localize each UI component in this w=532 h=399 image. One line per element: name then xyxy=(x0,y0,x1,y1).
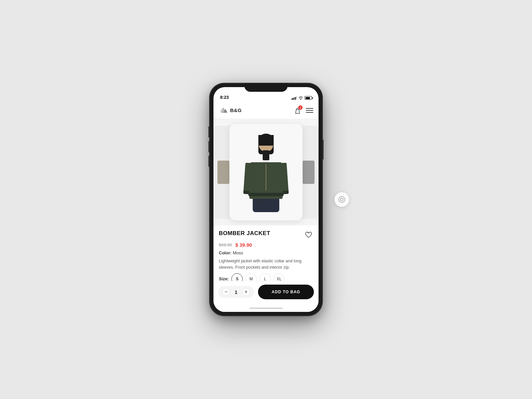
quantity-control: − 1 + xyxy=(218,286,254,298)
product-description: Lightweight jacket with elastic collar a… xyxy=(219,258,313,271)
battery-icon xyxy=(305,96,312,100)
logo: B&G xyxy=(219,107,242,114)
size-s-button[interactable]: S xyxy=(231,273,243,281)
add-to-bag-button[interactable]: ADD TO BAG xyxy=(258,285,314,299)
scene: 8:23 xyxy=(209,83,323,316)
product-title-row: BOMBER JACKET xyxy=(219,230,313,239)
size-row: Size: S M L XL xyxy=(219,273,313,281)
phone-shell: 8:23 xyxy=(209,83,323,316)
wifi-icon xyxy=(299,96,303,100)
product-image-main xyxy=(229,124,303,220)
signal-icon xyxy=(292,96,297,100)
assistive-touch-button[interactable] xyxy=(334,192,349,207)
size-l-button[interactable]: L xyxy=(259,273,271,281)
size-label: Size: xyxy=(219,276,229,281)
wishlist-button[interactable] xyxy=(304,230,313,239)
product-model xyxy=(243,132,289,212)
color-label: Color: xyxy=(219,250,231,255)
heart-icon xyxy=(305,231,312,238)
screen: 8:23 xyxy=(213,87,319,312)
home-indicator xyxy=(213,305,319,312)
mountain-logo-icon xyxy=(219,107,228,114)
quantity-increase-button[interactable]: + xyxy=(242,288,250,296)
color-row: Color: Moss xyxy=(219,250,313,255)
product-details: BOMBER JACKET $69.90 $ 39.90 Color: Moss xyxy=(213,225,319,281)
nav-actions: 1 xyxy=(294,107,313,114)
price-sale: $ 39.90 xyxy=(235,242,252,248)
quantity-decrease-button[interactable]: − xyxy=(222,288,230,296)
price-original: $69.90 xyxy=(219,242,232,247)
color-value: Moss xyxy=(233,250,243,255)
status-time: 8:23 xyxy=(220,95,229,100)
product-carousel[interactable] xyxy=(213,119,319,225)
nav-bar: B&G 1 xyxy=(213,102,319,119)
logo-text: B&G xyxy=(230,107,242,113)
size-xl-button[interactable]: XL xyxy=(273,273,285,281)
bottom-bar: − 1 + ADD TO BAG xyxy=(213,281,319,305)
home-bar xyxy=(249,308,283,309)
price-row: $69.90 $ 39.90 xyxy=(219,242,313,248)
status-icons xyxy=(292,96,312,100)
quantity-value: 1 xyxy=(233,289,239,295)
menu-icon xyxy=(306,108,313,113)
menu-button[interactable] xyxy=(306,108,313,113)
size-m-button[interactable]: M xyxy=(245,273,257,281)
bag-button[interactable]: 1 xyxy=(294,107,301,114)
product-title: BOMBER JACKET xyxy=(219,230,270,237)
bag-badge: 1 xyxy=(298,105,303,110)
notch xyxy=(244,83,288,92)
